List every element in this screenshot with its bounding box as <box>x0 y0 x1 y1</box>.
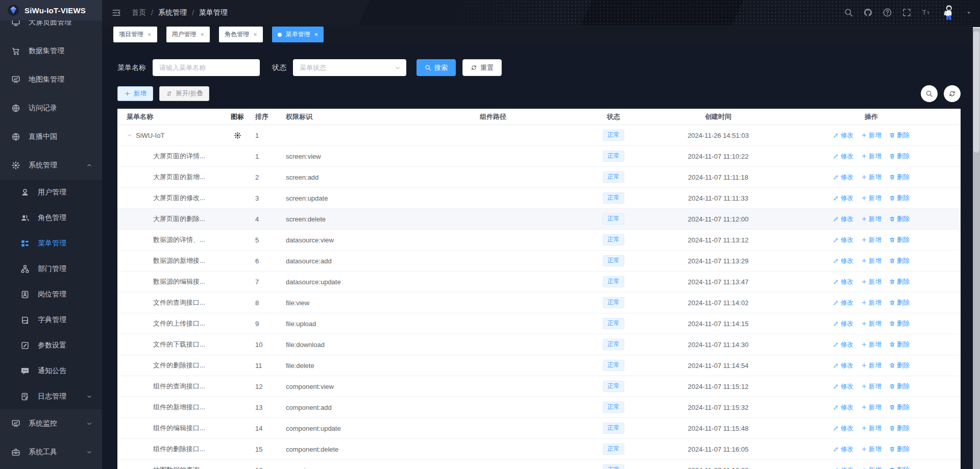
delete-link[interactable]: 删除 <box>889 361 910 370</box>
sidebar-item[interactable]: 直播中国 <box>0 122 102 151</box>
tab-close-icon[interactable]: × <box>148 31 152 38</box>
add-link[interactable]: 新增 <box>861 340 881 349</box>
tab-0[interactable]: 项目管理 × <box>113 27 157 42</box>
add-link[interactable]: 新增 <box>861 466 881 469</box>
user-menu-caret-icon[interactable] <box>966 10 972 16</box>
add-link[interactable]: 新增 <box>861 319 881 328</box>
edit-link[interactable]: 修改 <box>833 466 853 469</box>
add-link[interactable]: 新增 <box>861 299 881 307</box>
table-row[interactable]: 文件的删除接口... 11 file:delete 正常 2024-11-07 … <box>117 355 961 376</box>
tab-close-icon[interactable]: × <box>314 31 318 38</box>
delete-link[interactable]: 删除 <box>889 382 910 391</box>
table-row[interactable]: 组件的查询接口... 12 component:view 正常 2024-11-… <box>117 376 961 397</box>
delete-link[interactable]: 删除 <box>889 194 910 203</box>
edit-link[interactable]: 修改 <box>833 194 853 203</box>
edit-link[interactable]: 修改 <box>833 445 853 454</box>
delete-link[interactable]: 删除 <box>889 466 910 469</box>
table-row[interactable]: 大屏页面的修改... 3 screen:update 正常 2024-11-07… <box>117 188 961 209</box>
sidebar-item[interactable]: 字典管理 <box>0 307 102 333</box>
status-select[interactable]: 菜单状态 <box>293 59 406 76</box>
font-size-icon[interactable]: TT <box>921 8 931 17</box>
sidebar-item[interactable]: 系统监控 <box>0 409 102 438</box>
tab-close-icon[interactable]: × <box>253 31 257 38</box>
sidebar-item[interactable]: 日志管理 <box>0 384 102 409</box>
edit-link[interactable]: 修改 <box>833 361 853 370</box>
table-row[interactable]: 数据源的新增接... 6 datasource:add 正常 2024-11-0… <box>117 251 961 271</box>
table-row[interactable]: 大屏页面的详情... 1 screen:view 正常 2024-11-07 1… <box>117 146 961 167</box>
show-search-button[interactable] <box>921 85 938 102</box>
add-link[interactable]: 新增 <box>861 361 881 370</box>
sidebar-collapse-icon[interactable] <box>111 8 121 18</box>
help-icon[interactable] <box>883 8 892 17</box>
table-row[interactable]: 大屏页面的删除... 4 screen:delete 正常 2024-11-07… <box>117 209 961 230</box>
search-button[interactable]: 搜索 <box>416 59 456 76</box>
edit-link[interactable]: 修改 <box>833 152 853 161</box>
header-search-icon[interactable] <box>844 8 853 17</box>
sidebar-item[interactable]: 系统管理 <box>0 151 102 180</box>
add-link[interactable]: 新增 <box>861 424 881 433</box>
table-row[interactable]: 文件的上传接口... 9 file:upload 正常 2024-11-07 1… <box>117 313 961 334</box>
menu-name-input[interactable] <box>153 59 260 76</box>
refresh-table-button[interactable] <box>944 85 961 102</box>
add-button[interactable]: 新增 <box>117 86 153 101</box>
add-link[interactable]: 新增 <box>861 131 881 140</box>
edit-link[interactable]: 修改 <box>833 340 853 349</box>
delete-link[interactable]: 删除 <box>889 403 910 412</box>
page-scrollbar[interactable] <box>973 27 980 469</box>
edit-link[interactable]: 修改 <box>833 131 853 140</box>
row-expand-icon[interactable] <box>127 132 133 138</box>
add-link[interactable]: 新增 <box>861 194 881 203</box>
delete-link[interactable]: 删除 <box>889 445 910 454</box>
sidebar-item[interactable]: 数据集管理 <box>0 37 102 65</box>
edit-link[interactable]: 修改 <box>833 424 853 433</box>
edit-link[interactable]: 修改 <box>833 278 853 286</box>
sidebar-item[interactable]: 参数设置 <box>0 333 102 358</box>
user-avatar[interactable] <box>941 4 956 21</box>
edit-link[interactable]: 修改 <box>833 319 853 328</box>
expand-collapse-button[interactable]: 展开/折叠 <box>159 86 209 101</box>
sidebar-item[interactable]: 角色管理 <box>0 205 102 231</box>
delete-link[interactable]: 删除 <box>889 299 910 307</box>
table-row[interactable]: 数据源的编辑接... 7 datasource:update 正常 2024-1… <box>117 271 961 292</box>
add-link[interactable]: 新增 <box>861 445 881 454</box>
delete-link[interactable]: 删除 <box>889 236 910 244</box>
sidebar-item[interactable]: 通知公告 <box>0 358 102 384</box>
sidebar-item[interactable]: 菜单管理 <box>0 231 102 256</box>
table-row[interactable]: 大屏页面的新增... 2 screen:add 正常 2024-11-07 11… <box>117 167 961 188</box>
sidebar-item[interactable]: 访问记录 <box>0 94 102 122</box>
table-row[interactable]: 地图数据的查询... 16 map:view 正常 2024-11-07 11:… <box>117 460 961 469</box>
table-row[interactable]: 文件的查询接口... 8 file:view 正常 2024-11-07 11:… <box>117 292 961 313</box>
delete-link[interactable]: 删除 <box>889 131 910 140</box>
add-link[interactable]: 新增 <box>861 257 881 265</box>
edit-link[interactable]: 修改 <box>833 403 853 412</box>
reset-button[interactable]: 重置 <box>462 59 502 76</box>
add-link[interactable]: 新增 <box>861 236 881 244</box>
table-row[interactable]: 组件的编辑接口... 14 component:update 正常 2024-1… <box>117 418 961 439</box>
delete-link[interactable]: 删除 <box>889 173 910 182</box>
add-link[interactable]: 新增 <box>861 382 881 391</box>
edit-link[interactable]: 修改 <box>833 382 853 391</box>
tab-1[interactable]: 用户管理 × <box>166 27 210 42</box>
sidebar-item[interactable]: 系统工具 <box>0 438 102 466</box>
sidebar-item[interactable]: 岗位管理 <box>0 282 102 307</box>
github-icon[interactable] <box>863 8 873 17</box>
table-row[interactable]: 组件的删除接口... 15 component:delete 正常 2024-1… <box>117 439 961 460</box>
add-link[interactable]: 新增 <box>861 403 881 412</box>
add-link[interactable]: 新增 <box>861 278 881 286</box>
delete-link[interactable]: 删除 <box>889 257 910 265</box>
add-link[interactable]: 新增 <box>861 152 881 161</box>
edit-link[interactable]: 修改 <box>833 299 853 307</box>
table-row[interactable]: SiWU-IoT 1 正常 2024-11-26 14:51:03 修改 新增 … <box>117 125 961 146</box>
tab-active[interactable]: 菜单管理 × <box>272 27 324 42</box>
edit-link[interactable]: 修改 <box>833 215 853 224</box>
sidebar-item[interactable]: 用户管理 <box>0 180 102 205</box>
breadcrumb-item[interactable]: 菜单管理 <box>199 8 228 17</box>
table-row[interactable]: 文件的下载接口... 10 file:download 正常 2024-11-0… <box>117 334 961 355</box>
edit-link[interactable]: 修改 <box>833 173 853 182</box>
edit-link[interactable]: 修改 <box>833 257 853 265</box>
add-link[interactable]: 新增 <box>861 173 881 182</box>
sidebar-item[interactable]: 部门管理 <box>0 256 102 282</box>
delete-link[interactable]: 删除 <box>889 340 910 349</box>
tab-close-icon[interactable]: × <box>201 31 205 38</box>
delete-link[interactable]: 删除 <box>889 152 910 161</box>
